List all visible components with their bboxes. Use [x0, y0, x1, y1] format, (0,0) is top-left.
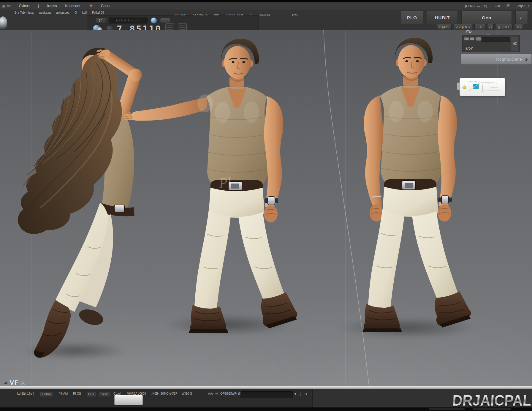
menubar-right-item: p0.1(C⌐— ·□P) [465, 4, 487, 8]
toolbox-row-1: ζ ) I-25.9 B 1 o 1 [95, 17, 171, 24]
subtoolbar-chip[interactable]: awlorsces [55, 11, 70, 15]
bottom-toolbar-item[interactable]: OF5/953 [220, 392, 232, 395]
link-icon[interactable]: ⚌ [486, 31, 490, 35]
status-item: 60Ed IM [259, 14, 270, 17]
tab-bar: PLO HUBIT Gen ⌐ [401, 11, 528, 24]
subtoolbar-chips: Bra Tabrmissa woakaaa awlorsces O koll F… [14, 11, 105, 15]
card-text-line [481, 82, 491, 83]
bottom-toolbar-item[interactable]: Ld Sitk 16g ( [17, 392, 34, 395]
menu-item[interactable]: ∫ [38, 4, 39, 8]
figure-right-body[interactable] [362, 38, 471, 332]
vf-sublabel: (O) [21, 381, 26, 385]
panel-field-label: a(5? [466, 46, 473, 50]
icon-group-button[interactable]: ⌐U7 [474, 24, 485, 30]
panel-chip-row [464, 37, 482, 41]
top-black-strip [0, 0, 532, 2]
subtoolbar-chip[interactable]: Folks! 09 [91, 11, 105, 15]
icon-group-button[interactable]: ◁ [487, 24, 494, 30]
vf-label: VF [10, 379, 19, 387]
figure-right[interactable] [321, 31, 487, 333]
floating-card[interactable] [460, 78, 505, 96]
bottom-toolbar-item[interactable]: . K0B⊂50%C⊰4(3P [151, 392, 178, 395]
subtoolbar-chip[interactable]: Bra Tabrmissa [14, 11, 34, 15]
viewport-watermark: Pl [218, 174, 232, 191]
panel-input-field[interactable] [501, 37, 510, 42]
sphere-icon[interactable] [506, 4, 511, 8]
subtoolbar-chip[interactable]: woakaaa [38, 11, 52, 15]
bottom-toolbar-item[interactable]: WP( (I) [232, 392, 241, 395]
menubar-right-item: 39|a.0, \ [517, 4, 529, 8]
chip-button[interactable] [470, 37, 474, 40]
app-window: ⊞ co Cvicos ∫ Ireoss Kosenant IM Goop p0… [0, 0, 532, 411]
menu-item[interactable]: Ireoss [47, 4, 57, 8]
right-panel-slider-bar[interactable]: Roglfoxcome ◭ [461, 54, 532, 64]
vf-icon: ▰ [4, 380, 8, 385]
figure-middle[interactable] [116, 32, 300, 333]
mountain-icon: ◭ [525, 56, 528, 62]
icon-group-button[interactable]: ⊞) [515, 24, 523, 30]
bottom-toolbar-item[interactable]: E0s02/ [40, 392, 53, 396]
menubar-right-cluster: p0.1(C⌐— ·□P) 5.8a 39|a.0, \ [465, 2, 529, 10]
oval-button[interactable] [476, 37, 482, 41]
toolbox-button[interactable]: ζ ) [95, 18, 106, 23]
menu-item[interactable]: IM [88, 4, 92, 8]
tab-plo[interactable]: PLO [401, 11, 423, 24]
chip-button[interactable] [464, 37, 469, 40]
panel-side-label: NE [511, 37, 518, 51]
bottom-recessed-slider[interactable] [240, 391, 293, 398]
menu-item[interactable]: Cvicos [19, 4, 30, 8]
bottom-silver-button[interactable] [114, 395, 143, 405]
tab-gen[interactable]: Gen [461, 11, 512, 24]
toggle-pill[interactable] [160, 18, 171, 23]
icon-group-button[interactable]: ⎔)An9 [437, 24, 452, 30]
menu-bar: ⊞ co Cvicos ∫ Ireoss Kosenant IM Goop p0… [0, 2, 532, 10]
right-properties-panel: NE a(5? [462, 35, 520, 52]
subtoolbar-chip[interactable]: O [74, 11, 78, 15]
bottom-toolbar-item[interactable]: RI CS [73, 392, 81, 395]
bracket-icon[interactable]: ( [300, 392, 301, 396]
page-indicator: 1/28, [292, 14, 298, 17]
toolbox-lcd-readout: I-25.9 B 1 o 1 [109, 18, 148, 23]
bottom-toolbar-item[interactable]: UPV [87, 392, 96, 396]
record-icon[interactable]: ⊙ [304, 392, 307, 396]
vf-tag: ▰ VF (O) [4, 379, 26, 387]
bottom-controls: ▾ ( ⊙ i [294, 392, 311, 396]
bottom-toolbar-item[interactable]: /HI AM [59, 392, 68, 395]
menu-item[interactable]: Goop [101, 4, 110, 8]
icon-button-strip: ⎔)An9 ∠V⚡⊠G ⌐U7 ◁ )|○|ΠΕΠ ⊞) [437, 24, 523, 30]
brand-watermark: DRJAICPAL [452, 391, 532, 409]
icon-group-button[interactable]: )|○|ΠΕΠ [496, 24, 513, 30]
tab-hubit[interactable]: HUBIT [427, 11, 458, 24]
menubar-right-item: 5.8a [494, 4, 500, 8]
tab-partial[interactable]: ⌐ [515, 11, 528, 24]
bottom-toolbar-item[interactable]: ⑮B··rr3 [208, 392, 218, 396]
subtoolbar-chip[interactable]: koll [81, 11, 88, 15]
menu-window-label: co [7, 4, 11, 8]
window-icon[interactable]: ⊞ [2, 4, 5, 8]
menu-item[interactable]: Kosenant [65, 4, 80, 8]
card-sketch-lines [460, 78, 505, 96]
panel-input-field[interactable] [482, 37, 501, 42]
bottom-toolbar-item[interactable]: C2Y0 [99, 392, 110, 396]
sphere-tool-icon[interactable] [151, 17, 157, 24]
dropdown-arrow-icon[interactable]: ▾ [294, 392, 296, 396]
card-text-line [487, 90, 500, 91]
slider-bar-label: Roglfoxcome [496, 57, 522, 61]
info-icon[interactable]: i [311, 392, 311, 396]
figure-middle-body[interactable] [124, 39, 297, 333]
bottom-toolbar-item[interactable]: WIE0 G [182, 392, 192, 395]
